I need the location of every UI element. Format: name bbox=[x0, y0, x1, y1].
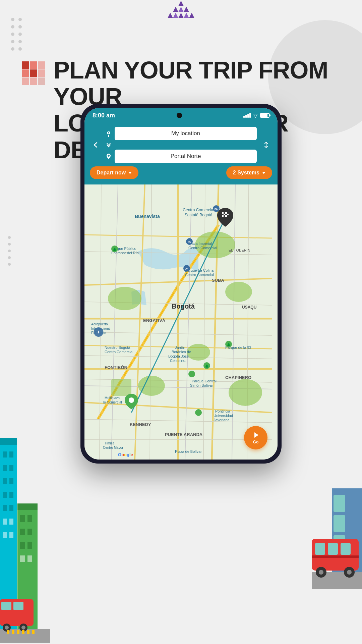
svg-text:🛍: 🛍 bbox=[185, 267, 188, 271]
swap-button[interactable] bbox=[260, 139, 272, 151]
map-container: Buenavista Centro Comercial Santafé Bogo… bbox=[84, 184, 278, 460]
svg-rect-111 bbox=[225, 215, 227, 217]
origin-pin-icon bbox=[105, 130, 112, 137]
svg-rect-105 bbox=[222, 214, 224, 215]
svg-text:Centro Comercial: Centro Comercial bbox=[188, 246, 217, 250]
svg-rect-163 bbox=[312, 555, 359, 558]
svg-point-97 bbox=[188, 371, 195, 377]
svg-point-3 bbox=[18, 25, 22, 29]
svg-rect-31 bbox=[30, 77, 37, 85]
svg-text:ro Comercial: ro Comercial bbox=[103, 400, 122, 404]
svg-rect-104 bbox=[227, 212, 229, 214]
svg-rect-138 bbox=[20, 555, 25, 562]
svg-text:Nuestro Bogotá: Nuestro Bogotá bbox=[105, 345, 130, 350]
headline-line1: PLAN YOUR TRIP FROM YOUR bbox=[54, 57, 342, 110]
svg-rect-28 bbox=[38, 61, 45, 69]
phone-mockup: 8:00 am ▽ bbox=[80, 104, 282, 464]
dots-mid-left bbox=[7, 235, 13, 270]
destination-input[interactable]: Portal Norte bbox=[115, 150, 257, 163]
svg-rect-101 bbox=[222, 212, 224, 214]
svg-marker-19 bbox=[168, 13, 173, 18]
svg-rect-120 bbox=[3, 478, 7, 484]
svg-rect-27 bbox=[30, 69, 37, 77]
svg-rect-115 bbox=[0, 438, 17, 445]
svg-rect-124 bbox=[3, 505, 7, 511]
city-buildings-left bbox=[0, 408, 50, 644]
destination-pin-icon bbox=[105, 153, 112, 160]
svg-point-4 bbox=[11, 33, 14, 36]
svg-rect-127 bbox=[9, 519, 13, 525]
svg-marker-21 bbox=[178, 13, 184, 18]
svg-rect-25 bbox=[30, 61, 37, 69]
svg-rect-131 bbox=[17, 503, 38, 510]
svg-rect-24 bbox=[22, 61, 29, 69]
svg-point-35 bbox=[108, 155, 110, 157]
app-logo bbox=[164, 0, 198, 27]
systems-button[interactable]: 2 Systems bbox=[226, 166, 272, 179]
status-time: 8:00 am bbox=[93, 112, 115, 119]
svg-point-39 bbox=[225, 282, 252, 302]
arrow-divider bbox=[105, 142, 257, 148]
svg-rect-137 bbox=[27, 542, 32, 549]
location-row: My location bbox=[90, 127, 272, 163]
svg-text:Centro Comercial: Centro Comercial bbox=[183, 208, 214, 212]
svg-point-42 bbox=[138, 376, 165, 396]
svg-rect-148 bbox=[7, 630, 9, 634]
svg-text:Centro Comercial: Centro Comercial bbox=[105, 350, 133, 354]
svg-text:🛍: 🛍 bbox=[215, 207, 218, 211]
go-button[interactable]: Go bbox=[244, 426, 267, 449]
svg-text:Universidad: Universidad bbox=[214, 414, 233, 418]
svg-text:Plaza de Bolívar: Plaza de Bolívar bbox=[175, 449, 202, 453]
systems-chevron-icon bbox=[262, 172, 265, 174]
svg-point-14 bbox=[8, 263, 11, 266]
svg-rect-155 bbox=[334, 495, 345, 512]
map-svg: Buenavista Centro Comercial Santafé Bogo… bbox=[84, 184, 272, 460]
svg-rect-136 bbox=[20, 542, 25, 549]
status-camera bbox=[177, 113, 182, 118]
svg-marker-23 bbox=[189, 13, 194, 18]
svg-marker-113 bbox=[254, 432, 258, 438]
svg-point-37 bbox=[108, 287, 141, 310]
svg-point-1 bbox=[18, 18, 22, 21]
svg-text:ENGATIVÁ: ENGATIVÁ bbox=[143, 318, 166, 323]
svg-text:PUENTE ARANDA: PUENTE ARANDA bbox=[165, 432, 203, 437]
inputs-container: My location bbox=[105, 127, 257, 163]
svg-rect-125 bbox=[9, 505, 13, 511]
destination-row: Portal Norte bbox=[105, 150, 257, 163]
svg-point-0 bbox=[11, 18, 14, 21]
svg-rect-109 bbox=[222, 215, 224, 217]
svg-text:Google: Google bbox=[118, 452, 133, 457]
svg-rect-162 bbox=[341, 543, 351, 555]
svg-text:SUBA: SUBA bbox=[212, 278, 224, 283]
svg-rect-133 bbox=[27, 515, 32, 522]
svg-text:Pontificia: Pontificia bbox=[215, 409, 231, 413]
svg-marker-17 bbox=[178, 7, 184, 12]
svg-text:Parque Central: Parque Central bbox=[192, 379, 217, 383]
svg-rect-153 bbox=[32, 630, 35, 634]
status-icons: ▽ bbox=[243, 112, 269, 119]
svg-text:CHAPINERO: CHAPINERO bbox=[225, 375, 251, 380]
svg-text:FONTIBÓN: FONTIBÓN bbox=[105, 365, 127, 370]
svg-point-34 bbox=[108, 132, 109, 133]
svg-text:🌲: 🌲 bbox=[227, 342, 231, 347]
svg-point-147 bbox=[21, 626, 25, 630]
svg-text:KENNEDY: KENNEDY bbox=[130, 422, 151, 427]
svg-rect-151 bbox=[22, 630, 24, 634]
wifi-icon: ▽ bbox=[253, 112, 257, 119]
svg-text:Buenavista: Buenavista bbox=[135, 214, 160, 219]
svg-rect-143 bbox=[13, 602, 23, 610]
headline-icon bbox=[20, 60, 47, 88]
origin-input[interactable]: My location bbox=[115, 127, 257, 140]
svg-point-11 bbox=[8, 243, 11, 246]
depart-button[interactable]: Depart now bbox=[90, 166, 138, 179]
svg-text:Timiza: Timiza bbox=[105, 441, 115, 445]
down-arrows-icon bbox=[106, 142, 111, 148]
svg-rect-139 bbox=[27, 555, 32, 562]
status-bar: 8:00 am ▽ bbox=[84, 108, 278, 123]
back-button[interactable] bbox=[90, 139, 102, 151]
svg-text:Celestino...: Celestino... bbox=[170, 359, 188, 363]
depart-chevron-icon bbox=[128, 172, 132, 174]
svg-text:🌲: 🌲 bbox=[205, 364, 209, 368]
svg-rect-149 bbox=[12, 630, 14, 634]
svg-text:EL TOBERIN: EL TOBERIN bbox=[229, 248, 250, 252]
